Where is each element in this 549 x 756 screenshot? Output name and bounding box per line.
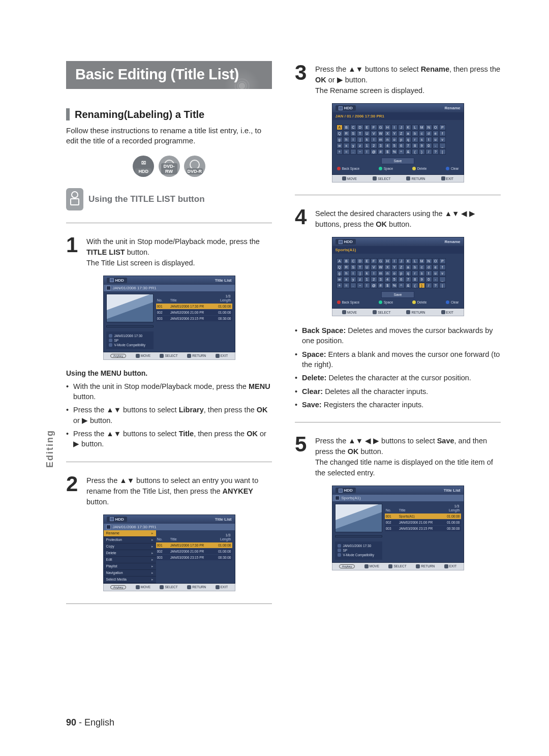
keyboard-key: Y: [391, 264, 398, 270]
keyboard-key: ?: [433, 283, 439, 288]
badge-dvd-r: DVD-R: [184, 156, 205, 177]
keyboard-key: w: [337, 143, 343, 148]
keyboard-key: S: [350, 264, 357, 270]
step-body: Press the ▲▼ ◀ ▶ buttons to select Save,…: [315, 435, 501, 478]
using-menu-heading: Using the MENU button.: [66, 369, 272, 377]
keyboard-key: ): [419, 283, 425, 288]
keyboard-key: f: [439, 131, 446, 136]
keyboard-key: T: [357, 264, 363, 270]
keyboard-key: k: [364, 137, 371, 142]
keyboard-key: G: [378, 258, 384, 264]
keyboard-key: I: [391, 258, 398, 264]
keyboard-key: a: [405, 131, 412, 136]
keyboard-key: 4: [384, 143, 391, 148]
step-2: 2 Press the ▲▼ buttons to select an entr…: [66, 474, 272, 507]
keyboard-key: e: [433, 131, 439, 136]
keyboard-key: h: [343, 137, 350, 142]
keyboard-key: N: [425, 258, 432, 264]
keyboard-key: q: [405, 270, 412, 276]
keyboard-key: N: [425, 125, 432, 130]
keyboard-key: w: [337, 277, 343, 282]
keyboard-key: J: [398, 258, 405, 264]
keyboard-key: 2: [371, 277, 377, 282]
keyboard-key: M: [419, 125, 425, 130]
divider: [295, 422, 501, 422]
keyboard-key: m: [378, 137, 384, 142]
table-row: 001JAN/01/2006 17:30 PR01:00:00: [156, 304, 232, 309]
keyboard-key: 9: [419, 277, 425, 282]
page-footer: 90 - English: [66, 717, 114, 728]
keyboard-definitions: Back Space: Deletes and moves the cursor…: [295, 325, 501, 410]
keyboard-key: L: [412, 125, 418, 130]
keyboard-key: ~: [357, 283, 363, 288]
keyboard-key: @: [371, 283, 377, 288]
keyboard-key: ?: [433, 149, 439, 155]
keyboard-key: l: [371, 270, 377, 276]
keyboard-key: 5: [391, 143, 398, 148]
keyboard-key: T: [357, 131, 363, 136]
keyboard-key: %: [391, 149, 398, 155]
section-intro: Follow these instructions to rename a ti…: [66, 126, 272, 146]
media-badges: ⌧ HDD DVD-RW DVD-R: [66, 156, 272, 177]
step-body: With the unit in Stop mode/Playback mode…: [86, 235, 272, 268]
keyboard-key: =: [343, 149, 350, 155]
anykey-icon: Anykey: [110, 354, 127, 358]
menu-item: Navigation▸: [104, 570, 156, 577]
keyboard-key: r: [412, 137, 418, 142]
keyboard-key: -: [433, 277, 439, 282]
keyboard-key: (: [412, 149, 418, 155]
keyboard-key: o: [391, 137, 398, 142]
table-row: 003JAN/03/2006 23:15 PR00:30:00: [385, 526, 461, 531]
keyboard-key: $: [384, 283, 391, 288]
badge-hdd: ⌧ HDD: [133, 156, 154, 177]
keyboard-key: A: [337, 125, 343, 130]
keyboard-key: Z: [398, 264, 405, 270]
keyboard-key: D: [357, 125, 363, 130]
keyboard-key: W: [378, 131, 384, 136]
keyboard-key: u: [433, 137, 439, 142]
right-column: 3 Press the ▲▼ buttons to select Rename,…: [295, 61, 501, 616]
keyboard-key: s: [419, 137, 425, 142]
keyboard-key: 9: [419, 143, 425, 148]
keyboard-key: 0: [425, 143, 432, 148]
keyboard-key: !: [364, 283, 371, 288]
divider: [295, 195, 501, 195]
keyboard-key: 1: [364, 277, 371, 282]
keyboard-key: Q: [337, 264, 343, 270]
keyboard-key: B: [343, 125, 350, 130]
step-number: 4: [295, 207, 310, 230]
keyboard-key: K: [405, 125, 412, 130]
table-row: 002JAN/02/2006 21:00 PR01:00:00: [385, 520, 461, 525]
step-3: 3 Press the ▲▼ buttons to select Rename,…: [295, 63, 501, 96]
keyboard-key: F: [371, 258, 377, 264]
keyboard-key: G: [378, 125, 384, 130]
page-title: Basic Editing (Title List): [66, 61, 272, 89]
keyboard-key: c: [419, 264, 425, 270]
keyboard-key: ^: [398, 149, 405, 155]
keyboard-key: +: [337, 283, 343, 288]
divider: [66, 462, 272, 462]
table-row: 001Sports(A1)01:00:00: [385, 513, 461, 519]
keyboard-key: z: [357, 143, 363, 148]
keyboard-key: |: [439, 149, 446, 155]
keyboard-key: v: [439, 137, 446, 142]
keyboard-key: R: [343, 264, 350, 270]
keyboard-key: j: [357, 137, 363, 142]
keyboard-key: m: [378, 270, 384, 276]
keyboard-key: M: [419, 258, 425, 264]
keyboard-key: h: [343, 270, 350, 276]
keyboard-key: 8: [412, 277, 418, 282]
keyboard-key: U: [364, 264, 371, 270]
menu-item: Edit▸: [104, 557, 156, 563]
keyboard-key: J: [398, 125, 405, 130]
step-body: Press the ▲▼ buttons to select Rename, t…: [315, 63, 501, 96]
keyboard-key: x: [343, 277, 350, 282]
keyboard-key: p: [398, 270, 405, 276]
keyboard-key: $: [384, 149, 391, 155]
keyboard-key: ): [419, 149, 425, 155]
keyboard-key: .: [350, 149, 357, 155]
table-row: 003JAN/03/2006 23:15 PR00:30:00: [156, 555, 232, 560]
keyboard-key: -: [433, 143, 439, 148]
keyboard-key: 6: [398, 143, 405, 148]
keyboard-key: C: [350, 258, 357, 264]
